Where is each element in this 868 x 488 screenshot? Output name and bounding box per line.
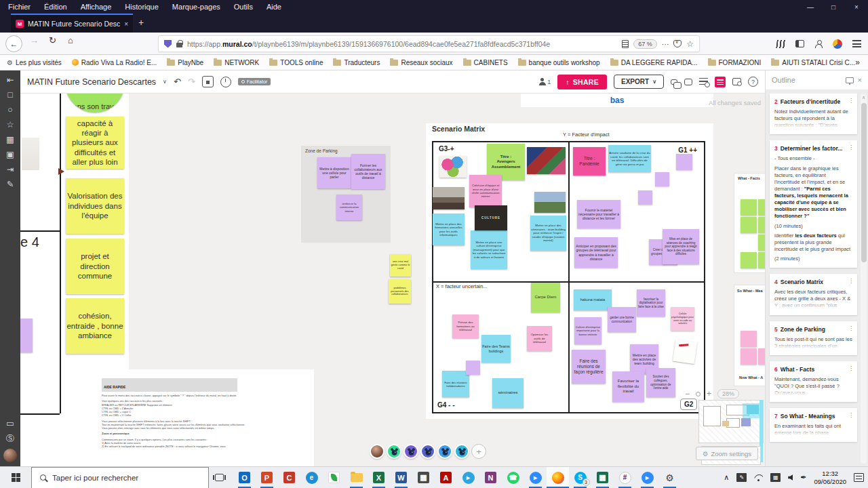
bookmark-item[interactable]: Reseaux sociaux — [390, 59, 452, 66]
bear-avatar[interactable] — [420, 444, 435, 459]
home-button[interactable]: ⌂ — [68, 35, 73, 45]
user-avatar[interactable] — [3, 449, 17, 462]
item-menu-icon[interactable]: ⋮ — [848, 144, 854, 150]
meeting-room-image[interactable] — [433, 187, 465, 209]
redo-button[interactable]: ↷ — [188, 77, 195, 87]
export-button[interactable]: EXPORT∨ — [614, 75, 664, 89]
sticky-note-blank[interactable] — [741, 331, 757, 347]
sticky-note[interactable]: Valorisation des individues dans l'équip… — [66, 178, 124, 234]
sticky-note[interactable]: Mettre à disposition une cellule pour pa… — [317, 157, 351, 188]
teamapp-icon[interactable]: ▦ — [591, 467, 614, 488]
sticky-note[interactable] — [20, 319, 33, 352]
item-menu-icon[interactable]: ⋮ — [848, 278, 854, 284]
outline-item[interactable]: 3Determiner les factor...⋮- Tous ensembl… — [770, 140, 857, 268]
mural-title[interactable]: MATIN Future Scenario Descartes — [27, 77, 156, 87]
zoom-icon[interactable]: ▸ — [524, 467, 547, 488]
find-icon[interactable] — [732, 78, 741, 85]
sticky-note[interactable]: garder une bonne communication — [608, 307, 636, 332]
sticky-note-blank[interactable] — [676, 154, 692, 170]
sticky-note[interactable]: capacité à réagir à plusieurs aux diffic… — [66, 117, 124, 169]
share-button[interactable]: ↑SHARE — [557, 75, 607, 89]
sticky-note[interactable]: Soutien des collègues, optimisation de l… — [646, 368, 675, 397]
import-tool-icon[interactable]: ⇥ — [7, 165, 14, 174]
minimize-button[interactable]: — — [799, 3, 822, 11]
signature-pen-icon[interactable]: ✒ — [800, 473, 806, 482]
minimap-viewport[interactable] — [743, 403, 762, 418]
sticky-note[interactable]: Mettre en place une culture d'entreprise… — [471, 230, 507, 269]
settings-gear-icon[interactable]: ⚙ — [658, 467, 681, 488]
info-icon[interactable]: Ⓢ — [6, 434, 15, 443]
sticky-note-tool-icon[interactable]: □ — [7, 90, 13, 100]
frameworks-tool-icon[interactable]: ▦ — [6, 135, 14, 144]
sticky-note-blank[interactable] — [758, 217, 765, 233]
browser-tab[interactable]: M MATIN Future Scenario Descart × — [11, 14, 133, 33]
sticky-note[interactable]: Faire des réunions hebdomadaires — [442, 371, 469, 397]
feedback-icon[interactable]: ▭ — [6, 419, 14, 428]
outlook-icon[interactable]: O — [233, 467, 256, 488]
timer-button[interactable] — [220, 77, 231, 87]
sticky-note[interactable]: Titre : Pandémie — [573, 147, 606, 176]
capture-icon[interactable]: ▦ — [770, 473, 781, 482]
outline-item[interactable]: 7So What - Meanings⋮En examinant les fai… — [770, 408, 857, 442]
outline-scroll-up-icon[interactable]: ∧ — [861, 95, 867, 100]
outline-item[interactable]: 6What - Facts⋮Maintenant, demandez-vous … — [770, 361, 857, 402]
menubar-item[interactable]: Historique — [125, 3, 159, 11]
outline-toggle-icon[interactable] — [715, 77, 726, 87]
frame-title-partial[interactable]: e 4 — [20, 235, 39, 250]
sticky-note-blank[interactable] — [741, 199, 757, 216]
pocket-icon[interactable] — [673, 40, 682, 47]
sticky-note[interactable]: Prévoir des formations au télétravail — [452, 314, 479, 338]
powerpoint-icon[interactable]: P — [256, 467, 278, 488]
menubar-item[interactable]: Fichier — [8, 3, 31, 11]
sticky-note[interactable]: Fournir le matériel nécessaire pour trav… — [577, 200, 620, 228]
sticky-note-blank[interactable] — [758, 348, 765, 365]
menubar-item[interactable]: Édition — [44, 3, 67, 11]
bookmark-item[interactable]: FORMAZIONI — [708, 59, 762, 66]
tab-close-icon[interactable]: × — [124, 20, 128, 28]
sticky-note-blank[interactable] — [741, 217, 757, 233]
back-button[interactable]: ← — [5, 35, 22, 52]
shapes-tool-icon[interactable]: ○ — [7, 105, 13, 115]
onenote-icon[interactable]: N — [479, 467, 502, 488]
outline-item[interactable]: 5Zone de Parking⋮Tous les post-it qui ne… — [770, 321, 857, 355]
bookmark-item[interactable]: AIUTI STATALI Crisi C... — [771, 59, 855, 66]
zoom-slider-handle[interactable] — [696, 392, 701, 396]
frame-tool-button[interactable] — [202, 76, 214, 87]
excel-icon[interactable]: X — [368, 467, 390, 488]
help-icon[interactable]: ? — [748, 77, 758, 87]
culture-tiles-image[interactable]: CULTURE — [475, 205, 507, 230]
ccleaner-icon[interactable]: C — [278, 467, 300, 488]
undo-button[interactable]: ↶ — [174, 77, 181, 87]
leaf-app-icon[interactable] — [323, 467, 345, 488]
sticky-note-blank[interactable] — [758, 252, 765, 268]
sticky-note-blank[interactable] — [758, 235, 765, 251]
word-icon[interactable]: W — [390, 467, 412, 488]
whatsapp-icon[interactable]: ☎ — [502, 467, 524, 488]
item-menu-icon[interactable]: ⋮ — [848, 365, 854, 371]
bookmark-item[interactable]: DA LEGGERE RAPIDA... — [610, 59, 698, 66]
sticky-note-blank[interactable] — [741, 348, 757, 365]
bookmarks-overflow-icon[interactable]: » — [855, 58, 860, 67]
spider-avatar[interactable] — [387, 444, 401, 459]
sticky-note[interactable]: problèmes personnels des collaborateurs — [389, 279, 411, 304]
tray-chevron-icon[interactable]: ∧ — [724, 473, 729, 482]
bookmark-item[interactable]: banque outils workshop — [518, 59, 600, 66]
tug-of-war-image[interactable] — [534, 192, 566, 213]
zoom-percentage[interactable]: 28% — [717, 389, 739, 399]
bookmark-item[interactable]: NETWORK — [214, 59, 259, 66]
file-explorer-icon[interactable] — [345, 467, 368, 488]
outline-scrollbar[interactable] — [861, 94, 867, 464]
outline-item[interactable]: 4Scenario Matrix⋮Avec les deux facteurs … — [770, 274, 857, 314]
bookmark-item[interactable]: TOOLS online — [269, 59, 323, 66]
action-center-icon[interactable] — [854, 473, 864, 482]
sticky-note[interactable]: séminaires — [492, 378, 524, 408]
taskbar-search[interactable]: Taper ici pour rechercher — [31, 467, 209, 488]
sticky-note[interactable]: Favoriser la flexibilité du travail — [612, 371, 644, 402]
start-button[interactable] — [0, 467, 31, 488]
sticky-note[interactable]: Arrivée soudaine de la crise du covid, l… — [608, 145, 651, 172]
sticky-note[interactable]: cohésion, entraide , bonne ambiance — [66, 298, 124, 354]
sticky-note[interactable]: favoriser la digitalisation pour faire f… — [637, 289, 665, 317]
sticky-note[interactable]: Anticiper en proposant des groupes de té… — [574, 237, 618, 268]
profile-sphere-icon[interactable] — [833, 39, 842, 49]
sticky-note[interactable]: projet et direction commune — [66, 239, 124, 294]
